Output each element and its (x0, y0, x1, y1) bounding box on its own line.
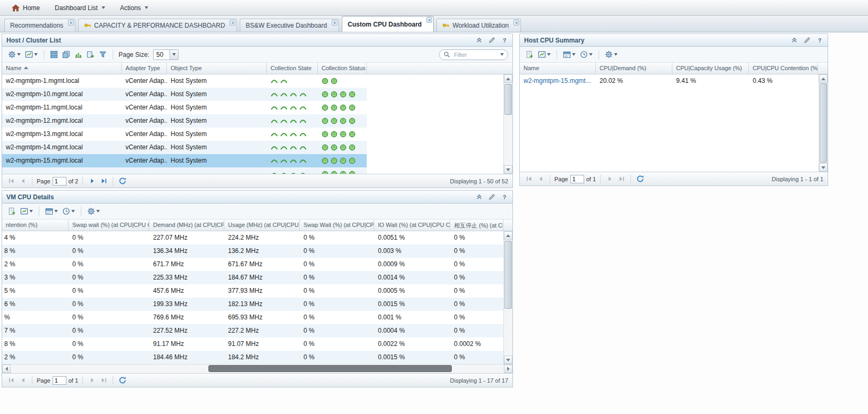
help-icon[interactable]: ? (501, 37, 508, 44)
column-header[interactable]: IO Wait (%) (at CPU|CPU Conte (374, 219, 450, 231)
table-row[interactable]: w2-mgmtpm-15.mgmt...20.02 %9.41 %0.43 % (520, 74, 818, 88)
help-icon[interactable]: ? (501, 193, 508, 201)
page-number-input[interactable] (570, 175, 584, 183)
filter-input[interactable] (453, 51, 498, 58)
table-row[interactable]: 2 %0 %184.46 MHz184.2 MHz0 %0.0015 %0 % (2, 351, 503, 364)
column-header[interactable]: Usage (MHz) (at CPU|CPU Con (224, 219, 300, 231)
table-row[interactable]: 8 %0 %91.17 MHz91.07 MHz0 %0.0022 %0.000… (2, 337, 503, 351)
filter-searchbox[interactable] (439, 49, 508, 60)
chart-options-button[interactable] (19, 206, 35, 216)
vertical-scrollbar[interactable] (503, 74, 512, 174)
gear-menu-button[interactable] (6, 49, 22, 60)
tab-custom-cpu-dashboard[interactable]: Custom CPU Dashboard× (342, 16, 434, 32)
last-page-button[interactable] (617, 174, 626, 184)
column-header[interactable]: Adapter Type (122, 63, 167, 74)
tab-capacity-performance-dashboard[interactable]: CAPACITY & PERFORMANCE DASHBOARD× (78, 19, 237, 32)
refresh-button[interactable] (117, 376, 127, 385)
column-header[interactable]: Name (520, 63, 596, 74)
collapse-panel-icon[interactable] (475, 37, 483, 44)
tab-workload-utilization[interactable]: Workload Utilization× (436, 19, 521, 32)
page-number-input[interactable] (53, 376, 66, 385)
gear-menu-button[interactable] (86, 206, 102, 216)
collapse-panel-icon[interactable] (475, 193, 483, 201)
scroll-left-button[interactable] (2, 365, 11, 373)
edit-panel-icon[interactable] (488, 37, 495, 44)
next-page-button[interactable] (87, 176, 97, 186)
edit-panel-icon[interactable] (488, 193, 495, 201)
next-page-button[interactable] (605, 174, 614, 184)
scroll-down-button[interactable] (504, 165, 512, 174)
table-row[interactable]: w2-mgmtpm-14.mgmt.localvCenter Adap...Ho… (2, 141, 367, 154)
time-range-button[interactable] (578, 49, 594, 60)
column-header[interactable]: Name (2, 63, 122, 74)
table-row[interactable]: w2-mgmtpm-11.mgmt.localvCenter Adap...Ho… (2, 101, 367, 114)
chart-options-button[interactable] (536, 49, 552, 60)
panel-header[interactable]: Host / Cluster List ? (2, 34, 512, 47)
table-row[interactable]: 2 %0 %671.7 MHz671.67 MHz0 %0.0009 %0 % (2, 258, 503, 271)
scroll-up-button[interactable] (504, 231, 512, 240)
collapse-panel-icon[interactable] (790, 37, 798, 44)
scroll-thumb[interactable] (208, 365, 452, 372)
column-header[interactable]: Swap Wait (%) (at CPU|CPU Co (300, 219, 374, 231)
page-size-select[interactable]: 50 (153, 49, 179, 60)
table-row[interactable]: 5 %0 %457.6 MHz377.93 MHz0 %0.0005 %0 % (2, 284, 503, 298)
date-range-button[interactable] (561, 49, 577, 60)
scroll-thumb[interactable] (504, 84, 512, 115)
filter-funnel-button[interactable] (97, 49, 108, 60)
table-row[interactable]: w2-mgmtpm-13.mgmt.localvCenter Adap...Ho… (2, 128, 367, 141)
menu-dashboard-list[interactable]: Dashboard List (47, 0, 113, 15)
tab-recommendations[interactable]: Recommendations× (4, 19, 75, 32)
scroll-down-button[interactable] (819, 163, 828, 172)
page-number-input[interactable] (53, 177, 66, 185)
column-header[interactable]: CPU|Capacity Usage (%) (672, 63, 749, 74)
refresh-button[interactable] (635, 174, 645, 184)
help-icon[interactable]: ? (816, 37, 823, 44)
export-page-button[interactable] (6, 206, 18, 216)
column-header[interactable]: Collection Status (318, 63, 367, 74)
table-row[interactable] (2, 167, 367, 174)
column-header[interactable]: CPU|CPU Contention (%) (749, 63, 818, 74)
vertical-scrollbar[interactable] (819, 74, 828, 172)
prev-page-button[interactable] (536, 174, 545, 184)
table-row[interactable]: w2-mgmtpm-12.mgmt.localvCenter Adap...Ho… (2, 114, 367, 128)
host-link[interactable]: w2-mgmtpm-15.mgmt... (524, 77, 591, 85)
panel-header[interactable]: VM CPU Details ? (2, 191, 512, 204)
tab-close-icon[interactable]: × (230, 20, 235, 26)
combo-dropdown-button[interactable] (170, 50, 178, 60)
column-header[interactable]: 相互停止 (%) (at CPU|CPU (450, 219, 503, 231)
chart-options-button[interactable] (23, 49, 39, 60)
table-row[interactable]: 6 %0 %199.33 MHz182.13 MHz0 %0.0015 %0 % (2, 298, 503, 311)
export-button[interactable] (85, 49, 96, 60)
scroll-thumb[interactable] (820, 83, 827, 163)
scroll-thumb[interactable] (504, 241, 512, 309)
next-page-button[interactable] (87, 376, 97, 385)
scroll-down-button[interactable] (504, 356, 512, 364)
open-chart-button[interactable] (73, 49, 84, 60)
column-header[interactable]: Swap wait (%) (at CPU|CPU Co (69, 219, 149, 231)
prev-page-button[interactable] (18, 376, 28, 385)
scroll-up-button[interactable] (819, 74, 828, 83)
column-header[interactable]: Demand (MHz) (at CPU|CPU C (149, 219, 224, 231)
menu-actions[interactable]: Actions (113, 0, 156, 15)
scroll-right-button[interactable] (504, 365, 512, 373)
gear-menu-button[interactable] (603, 49, 619, 60)
table-row[interactable]: 4 %0 %227.07 MHz224.2 MHz0 %0.0051 %0 % (2, 231, 503, 244)
table-row[interactable]: %0 %769.6 MHz695.93 MHz0 %0.001 %0 % (2, 311, 503, 324)
last-page-button[interactable] (99, 176, 108, 186)
panel-header[interactable]: Host CPU Summary ? (520, 34, 828, 47)
show-detail-grid-button[interactable] (48, 49, 60, 60)
table-row[interactable]: 7 %0 %227.52 MHz227.2 MHz0 %0.0004 %0 % (2, 324, 503, 337)
table-row[interactable]: w2-mgmtpm-15.mgmt.localvCenter Adap...Ho… (2, 154, 367, 167)
horizontal-scrollbar[interactable] (2, 364, 512, 373)
scroll-up-button[interactable] (504, 74, 512, 83)
table-row[interactable]: 3 %0 %225.33 MHz184.67 MHz0 %0.0014 %0 % (2, 271, 503, 284)
tab-bs-w-executive-dashboard[interactable]: BS&W Executive Dashboard× (240, 19, 339, 32)
table-row[interactable]: w2-mgmtpm-1.mgmt.localvCenter Adap...Hos… (2, 74, 367, 88)
table-row[interactable]: w2-mgmtpm-10.mgmt.localvCenter Adap...Ho… (2, 88, 367, 101)
menu-home[interactable]: Home (4, 0, 47, 15)
first-page-button[interactable] (524, 174, 534, 184)
table-row[interactable]: 8 %0 %136.34 MHz136.2 MHz0 %0.003 %0 % (2, 244, 503, 258)
edit-panel-icon[interactable] (803, 37, 811, 44)
column-header[interactable]: Collection State (267, 63, 318, 74)
tab-close-icon[interactable]: × (513, 20, 519, 26)
